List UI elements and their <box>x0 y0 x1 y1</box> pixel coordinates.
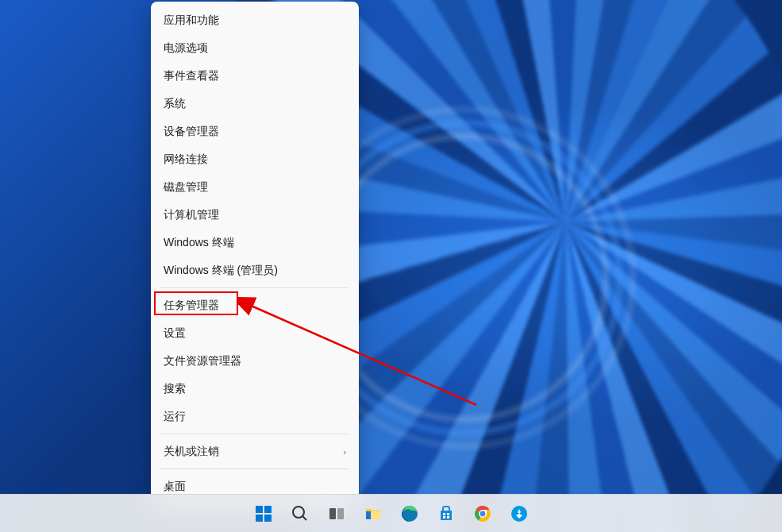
menu-divider <box>160 468 349 469</box>
taskbar <box>0 494 782 532</box>
svg-rect-5 <box>264 515 272 522</box>
menu-item-label: 搜索 <box>164 382 186 396</box>
svg-rect-8 <box>329 508 336 519</box>
menu-item-windows-terminal[interactable]: Windows 终端 <box>154 229 356 256</box>
menu-item-device-manager[interactable]: 设备管理器 <box>154 118 356 145</box>
svg-rect-3 <box>264 506 272 513</box>
menu-item-file-explorer[interactable]: 文件资源管理器 <box>154 347 356 375</box>
menu-item-label: Windows 终端 (管理员) <box>164 264 278 278</box>
chevron-right-icon: › <box>343 447 346 457</box>
svg-rect-14 <box>447 513 449 515</box>
svg-rect-4 <box>256 515 263 522</box>
menu-item-label: 关机或注销 <box>164 445 219 459</box>
menu-item-apps-and-features[interactable]: 应用和功能 <box>154 6 356 34</box>
store-button[interactable] <box>430 498 462 530</box>
edge-button[interactable] <box>394 498 426 530</box>
menu-item-power-options[interactable]: 电源选项 <box>154 34 356 62</box>
menu-item-label: 桌面 <box>164 480 186 494</box>
start-button[interactable] <box>248 498 279 530</box>
svg-line-7 <box>302 516 306 520</box>
svg-rect-2 <box>256 506 263 513</box>
svg-rect-9 <box>337 508 344 519</box>
menu-item-windows-terminal-admin[interactable]: Windows 终端 (管理员) <box>154 256 356 284</box>
menu-item-shutdown-signout[interactable]: 关机或注销› <box>154 438 356 465</box>
menu-item-search[interactable]: 搜索 <box>154 375 356 403</box>
app-button[interactable] <box>503 498 535 530</box>
desktop-wallpaper <box>0 0 782 532</box>
menu-item-run[interactable]: 运行 <box>154 403 356 430</box>
menu-item-label: 系统 <box>164 97 186 111</box>
menu-item-network-connections[interactable]: 网络连接 <box>154 145 356 173</box>
menu-item-label: 网络连接 <box>164 152 208 167</box>
chrome-button[interactable] <box>467 498 499 530</box>
svg-rect-11 <box>366 511 371 519</box>
menu-divider <box>160 287 349 288</box>
file-explorer-button[interactable] <box>357 498 389 530</box>
menu-item-settings[interactable]: 设置 <box>154 319 356 347</box>
menu-item-system[interactable]: 系统 <box>154 90 356 118</box>
svg-point-6 <box>293 507 304 518</box>
svg-rect-16 <box>447 516 449 519</box>
svg-rect-15 <box>443 516 445 519</box>
menu-item-label: 磁盘管理 <box>164 180 208 195</box>
menu-divider <box>160 434 349 434</box>
menu-item-computer-management[interactable]: 计算机管理 <box>154 201 356 229</box>
menu-item-label: 应用和功能 <box>164 13 219 28</box>
menu-item-event-viewer[interactable]: 事件查看器 <box>154 62 356 90</box>
menu-item-label: 文件资源管理器 <box>164 354 241 368</box>
menu-item-task-manager[interactable]: 任务管理器 <box>154 291 356 319</box>
task-view-button[interactable] <box>321 498 352 530</box>
menu-item-label: 电源选项 <box>164 41 208 56</box>
menu-item-label: 计算机管理 <box>164 208 219 222</box>
menu-item-label: 设置 <box>164 326 186 341</box>
search-button[interactable] <box>284 498 316 530</box>
menu-item-label: 任务管理器 <box>164 299 219 313</box>
menu-item-label: 运行 <box>164 410 186 424</box>
winx-context-menu: 应用和功能电源选项事件查看器系统设备管理器网络连接磁盘管理计算机管理Window… <box>151 2 359 505</box>
menu-item-label: 事件查看器 <box>164 69 219 83</box>
menu-item-label: Windows 终端 <box>164 236 234 250</box>
menu-item-disk-management[interactable]: 磁盘管理 <box>154 173 356 201</box>
menu-item-label: 设备管理器 <box>164 125 219 139</box>
svg-rect-13 <box>443 513 445 515</box>
